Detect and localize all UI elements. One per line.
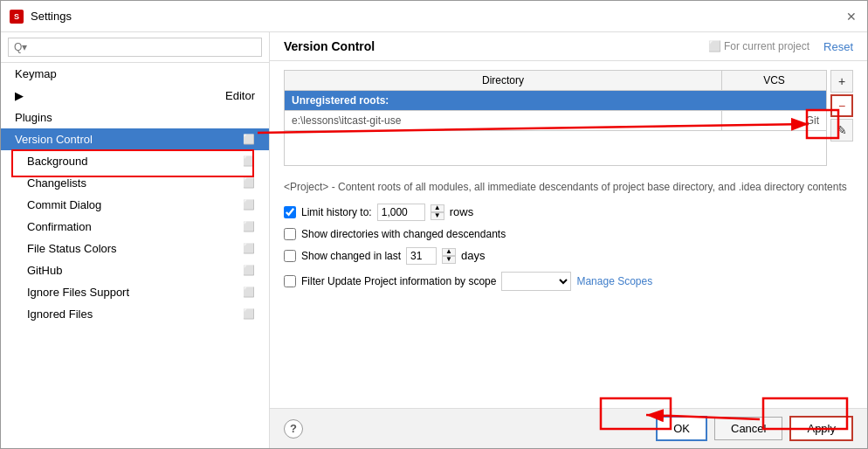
sidebar-item-keymap[interactable]: Keymap xyxy=(1,63,269,85)
panel-header: Version Control ⬜ For current project Re… xyxy=(270,32,867,61)
vcs-table: Directory VCS Unregistered roots: e:\les… xyxy=(284,70,827,166)
sidebar-item-label: Confirmation xyxy=(27,220,92,233)
page-icon: ⬜ xyxy=(243,221,255,232)
table-container: Directory VCS Unregistered roots: e:\les… xyxy=(284,70,827,173)
window-title: Settings xyxy=(31,10,72,23)
limit-history-row: Limit history to: ▲ ▼ rows xyxy=(284,204,853,221)
show-directories-checkbox[interactable] xyxy=(284,228,296,240)
sidebar-item-ignore-files-support[interactable]: Ignore Files Support ⬜ xyxy=(1,281,269,303)
footer-left: ? xyxy=(284,419,303,439)
sidebar-item-version-control[interactable]: Version Control ⬜ xyxy=(1,128,269,150)
sidebar-item-file-status-colors[interactable]: File Status Colors ⬜ xyxy=(1,238,269,259)
sidebar-item-label: File Status Colors xyxy=(27,242,117,255)
sidebar-item-changelists[interactable]: Changelists ⬜ xyxy=(1,172,269,194)
sidebar-item-ignored-files[interactable]: Ignored Files ⬜ xyxy=(1,303,269,325)
reset-link[interactable]: Reset xyxy=(823,40,853,53)
table-wrapper: Directory VCS Unregistered roots: e:\les… xyxy=(284,70,853,173)
search-input[interactable] xyxy=(8,38,262,57)
sidebar-item-label: Ignore Files Support xyxy=(27,286,129,299)
sidebar-item-label: Background xyxy=(27,155,87,168)
page-icon: ⬜ xyxy=(243,308,255,320)
scope-select[interactable] xyxy=(501,272,571,291)
manage-scopes-link[interactable]: Manage Scopes xyxy=(576,275,652,287)
close-button[interactable]: ✕ xyxy=(846,10,858,23)
sidebar-list: Keymap ▶ Editor Plugins Version Control … xyxy=(1,63,269,448)
show-directories-label: Show directories with changed descendant… xyxy=(301,228,506,240)
sidebar-item-label: Keymap xyxy=(15,67,57,80)
panel-body: Directory VCS Unregistered roots: e:\les… xyxy=(270,61,867,408)
show-changed-spinner: ▲ ▼ xyxy=(442,248,456,264)
show-changed-checkbox[interactable] xyxy=(284,250,296,262)
help-button[interactable]: ? xyxy=(284,419,303,439)
sidebar-item-label: Ignored Files xyxy=(27,307,93,321)
col-directory: Directory xyxy=(285,71,722,91)
footer: ? OK Cancel Apply xyxy=(270,408,867,448)
path-cell: e:\lessons\itcast-git-use xyxy=(285,111,722,131)
edit-root-button[interactable]: ✎ xyxy=(830,119,853,142)
for-current-project: ⬜ For current project xyxy=(708,40,809,52)
ok-button[interactable]: OK xyxy=(656,416,707,441)
unregistered-row: Unregistered roots: xyxy=(285,91,827,111)
sidebar-item-background[interactable]: Background ⬜ xyxy=(1,150,269,172)
panel-title: Version Control xyxy=(284,39,375,53)
page-icon: ⬜ xyxy=(243,155,255,167)
show-changed-label: Show changed in last xyxy=(301,250,401,262)
show-directories-row: Show directories with changed descendant… xyxy=(284,228,853,240)
rows-label: rows xyxy=(450,205,473,218)
sidebar-item-label: GitHub xyxy=(27,264,62,277)
footer-right: OK Cancel Apply xyxy=(656,416,853,441)
filter-checkbox[interactable] xyxy=(284,275,296,287)
unregistered-label: Unregistered roots: xyxy=(285,91,827,111)
page-icon: ⬜ xyxy=(243,177,255,189)
limit-history-checkbox[interactable] xyxy=(284,206,296,218)
sidebar: Keymap ▶ Editor Plugins Version Control … xyxy=(1,32,270,448)
spinner-down-2[interactable]: ▼ xyxy=(442,256,456,264)
col-vcs: VCS xyxy=(722,71,827,91)
show-changed-row: Show changed in last ▲ ▼ days xyxy=(284,247,853,265)
vcs-cell: Git xyxy=(722,111,827,131)
apply-button[interactable]: Apply xyxy=(789,416,853,441)
add-root-button[interactable]: + xyxy=(830,70,853,93)
sidebar-item-label: Plugins xyxy=(15,111,52,124)
page-icon: ⬜ xyxy=(243,287,255,298)
content-area: Keymap ▶ Editor Plugins Version Control … xyxy=(1,32,867,448)
filter-label: Filter Update Project information by sco… xyxy=(301,275,496,287)
app-icon: S xyxy=(10,10,24,24)
page-icon: ⬜ xyxy=(243,134,255,145)
remove-root-button[interactable]: − xyxy=(830,94,853,117)
main-panel: Version Control ⬜ For current project Re… xyxy=(270,32,867,448)
cancel-button[interactable]: Cancel xyxy=(714,417,782,440)
info-text: <Project> - Content roots of all modules… xyxy=(284,180,853,195)
sidebar-item-label: Changelists xyxy=(27,176,86,190)
sidebar-item-confirmation[interactable]: Confirmation ⬜ xyxy=(1,216,269,238)
table-row[interactable]: e:\lessons\itcast-git-use Git xyxy=(285,111,827,131)
sidebar-item-label: Editor xyxy=(225,89,255,102)
search-bar xyxy=(1,32,269,63)
filter-row: Filter Update Project information by sco… xyxy=(284,272,853,291)
settings-window: S Settings ✕ Keymap ▶ Editor Plugins xyxy=(0,0,868,449)
sidebar-item-github[interactable]: GitHub ⬜ xyxy=(1,259,269,281)
title-bar-left: S Settings xyxy=(10,10,72,24)
sidebar-item-commit-dialog[interactable]: Commit Dialog ⬜ xyxy=(1,194,269,216)
page-icon: ⬜ xyxy=(243,243,255,254)
spinner-down[interactable]: ▼ xyxy=(431,212,444,220)
page-icon: ⬜ xyxy=(243,265,255,276)
limit-history-label: Limit history to: xyxy=(301,206,372,218)
expand-icon: ▶ xyxy=(15,89,24,102)
table-actions: + − ✎ xyxy=(830,70,853,173)
limit-history-spinner: ▲ ▼ xyxy=(431,204,444,220)
page-icon: ⬜ xyxy=(243,199,255,211)
show-changed-input[interactable] xyxy=(406,247,437,265)
sidebar-item-plugins[interactable]: Plugins xyxy=(1,107,269,128)
panel-header-right: ⬜ For current project Reset xyxy=(708,40,853,53)
days-label: days xyxy=(461,249,485,262)
limit-history-input[interactable] xyxy=(377,204,425,221)
title-bar: S Settings ✕ xyxy=(1,1,867,32)
sidebar-item-label: Commit Dialog xyxy=(27,198,101,211)
sidebar-item-editor[interactable]: ▶ Editor xyxy=(1,85,269,107)
sidebar-item-label: Version Control xyxy=(15,133,93,146)
